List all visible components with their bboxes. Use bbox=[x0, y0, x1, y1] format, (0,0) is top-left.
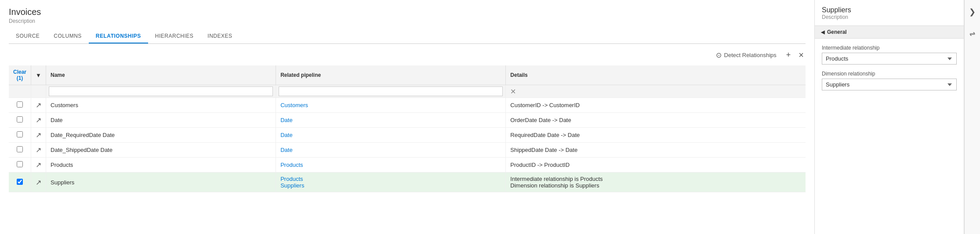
tabs-bar: SOURCE COLUMNS RELATIONSHIPS HIERARCHIES… bbox=[9, 29, 806, 44]
pipeline-link[interactable]: Products bbox=[280, 162, 303, 168]
tab-hierarchies[interactable]: HIERARCHIES bbox=[148, 29, 201, 43]
row-checkbox[interactable] bbox=[17, 101, 23, 108]
relationship-icon: ↗ bbox=[36, 179, 41, 186]
header-related-pipeline: Related pipeline bbox=[276, 65, 506, 85]
filter-clear-button[interactable]: ✕ bbox=[508, 87, 518, 96]
row-related-pipeline: Products Suppliers bbox=[276, 173, 506, 192]
panel-body: Intermediate relationship Products Dimen… bbox=[815, 39, 964, 97]
detect-label: Detect Relationships bbox=[724, 52, 777, 58]
pipeline-link[interactable]: Date bbox=[280, 147, 292, 153]
row-related-pipeline: Date bbox=[276, 113, 506, 128]
tab-indexes[interactable]: INDEXES bbox=[200, 29, 239, 43]
header-name: Name bbox=[46, 65, 276, 85]
tab-columns[interactable]: COLUMNS bbox=[47, 29, 89, 43]
header-icon-cell: ▼ bbox=[31, 65, 46, 85]
intermediate-relationship-label: Intermediate relationship bbox=[822, 45, 957, 51]
row-related-pipeline: Products bbox=[276, 158, 506, 173]
row-icon-cell: ↗ bbox=[31, 158, 46, 173]
table-row: ↗ Date_ShippedDate Date Date ShippedDate… bbox=[9, 143, 806, 158]
row-name: Products bbox=[46, 158, 276, 173]
tab-source[interactable]: SOURCE bbox=[9, 29, 47, 43]
pipeline-link-2[interactable]: Suppliers bbox=[280, 182, 304, 189]
filter-name-input[interactable] bbox=[49, 86, 273, 96]
row-related-pipeline: Date bbox=[276, 143, 506, 158]
row-details: Intermediate relationship is Products Di… bbox=[506, 173, 806, 192]
filter-pipeline-input[interactable] bbox=[279, 86, 503, 96]
table-row: ↗ Date_RequiredDate Date Date RequiredDa… bbox=[9, 128, 806, 143]
row-icon-cell: ↗ bbox=[31, 128, 46, 143]
relationship-icon: ↗ bbox=[36, 161, 41, 169]
relationship-icon: ↗ bbox=[36, 101, 41, 109]
main-panel: Invoices Description SOURCE COLUMNS RELA… bbox=[0, 0, 815, 234]
detect-relationships-button[interactable]: ⊙ Detect Relationships bbox=[712, 49, 780, 61]
row-checkbox-cell bbox=[9, 98, 31, 113]
row-name: Date_RequiredDate Date bbox=[46, 128, 276, 143]
settings-icon: ⇌ bbox=[969, 30, 975, 37]
row-checkbox[interactable] bbox=[17, 146, 23, 152]
row-details: OrderDate Date -> Date bbox=[506, 113, 806, 128]
filter-checkbox-cell bbox=[9, 85, 31, 98]
collapse-panel-button[interactable]: ❯ bbox=[966, 4, 978, 19]
section-header-general: ◀ General bbox=[815, 25, 964, 39]
section-label: General bbox=[827, 29, 847, 35]
row-related-pipeline: Customers bbox=[276, 98, 506, 113]
tab-relationships[interactable]: RELATIONSHIPS bbox=[89, 29, 148, 43]
table-row: ↗ Customers Customers CustomerID -> Cust… bbox=[9, 98, 806, 113]
table-row-selected: ↗ Suppliers Products Suppliers Intermedi… bbox=[9, 173, 806, 192]
panel-title: Suppliers bbox=[822, 6, 957, 14]
row-checkbox[interactable] bbox=[17, 131, 23, 137]
dimension-relationship-field: Dimension relationship Suppliers bbox=[822, 71, 957, 90]
dimension-relationship-dropdown[interactable]: Suppliers bbox=[822, 79, 957, 90]
row-details: ShippedDate Date -> Date bbox=[506, 143, 806, 158]
relationships-table-container: Clear (1) ▼ Name Related pipeline Detail… bbox=[9, 65, 806, 234]
row-details: RequiredDate Date -> Date bbox=[506, 128, 806, 143]
row-related-pipeline: Date bbox=[276, 128, 506, 143]
row-checkbox[interactable] bbox=[17, 179, 23, 185]
row-name: Date_ShippedDate Date bbox=[46, 143, 276, 158]
row-checkbox-cell bbox=[9, 128, 31, 143]
remove-icon: × bbox=[799, 50, 804, 60]
pipeline-link-1[interactable]: Products bbox=[280, 176, 303, 182]
relationships-table: Clear (1) ▼ Name Related pipeline Detail… bbox=[9, 65, 806, 192]
table-header-row: Clear (1) ▼ Name Related pipeline Detail… bbox=[9, 65, 806, 85]
add-icon: + bbox=[786, 50, 791, 60]
page-title: Invoices bbox=[9, 7, 806, 17]
pipeline-link[interactable]: Date bbox=[280, 132, 292, 138]
row-checkbox-cell bbox=[9, 143, 31, 158]
detect-icon: ⊙ bbox=[716, 51, 722, 59]
row-details: CustomerID -> CustomerID bbox=[506, 98, 806, 113]
side-icons-panel: ❯ ⇌ bbox=[964, 0, 980, 234]
clear-filter-link[interactable]: Clear (1) bbox=[13, 69, 26, 81]
row-name: Customers bbox=[46, 98, 276, 113]
header-details: Details bbox=[506, 65, 806, 85]
row-checkbox[interactable] bbox=[17, 116, 23, 122]
section-collapse-icon: ◀ bbox=[821, 29, 824, 35]
row-checkbox[interactable] bbox=[17, 161, 23, 167]
row-name: Suppliers bbox=[46, 173, 276, 192]
row-checkbox-cell bbox=[9, 158, 31, 173]
toggle-settings-button[interactable]: ⇌ bbox=[967, 26, 978, 41]
relationship-icon: ↗ bbox=[36, 146, 41, 154]
row-icon-cell: ↗ bbox=[31, 173, 46, 192]
header-checkbox-cell: Clear (1) bbox=[9, 65, 31, 85]
pipeline-link[interactable]: Customers bbox=[280, 102, 308, 108]
intermediate-relationship-dropdown[interactable]: Products bbox=[822, 53, 957, 65]
filter-row: ✕ bbox=[9, 85, 806, 98]
pipeline-link[interactable]: Date bbox=[280, 117, 292, 123]
add-relationship-button[interactable]: + bbox=[784, 49, 793, 61]
row-details: ProductID -> ProductID bbox=[506, 158, 806, 173]
row-icon-cell: ↗ bbox=[31, 143, 46, 158]
row-icon-cell: ↗ bbox=[31, 98, 46, 113]
page-description: Description bbox=[9, 18, 806, 24]
relationship-icon: ↗ bbox=[36, 131, 41, 139]
row-name: Date bbox=[46, 113, 276, 128]
remove-relationship-button[interactable]: × bbox=[797, 48, 806, 62]
panel-header: Suppliers Description bbox=[815, 0, 964, 25]
table-row: ↗ Products Products ProductID -> Product… bbox=[9, 158, 806, 173]
dimension-relationship-label: Dimension relationship bbox=[822, 71, 957, 77]
row-icon-cell: ↗ bbox=[31, 113, 46, 128]
filter-icon: ▼ bbox=[36, 72, 41, 79]
table-row: ↗ Date Date OrderDate Date -> Date bbox=[9, 113, 806, 128]
relationship-icon: ↗ bbox=[36, 116, 41, 124]
right-panel: Suppliers Description ◀ General Intermed… bbox=[815, 0, 964, 234]
